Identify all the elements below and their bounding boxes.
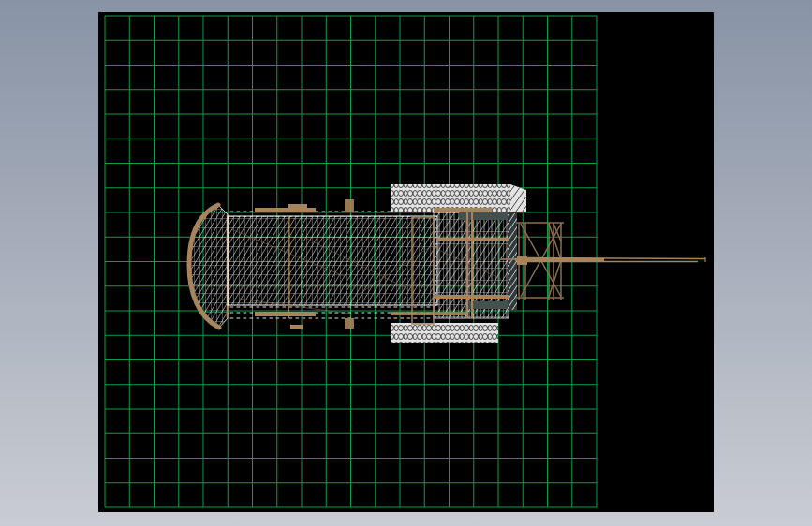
cylinder-body-mesh <box>228 216 437 305</box>
cad-viewport[interactable] <box>98 12 714 512</box>
wireframe-model[interactable] <box>189 184 705 343</box>
cad-canvas[interactable] <box>98 12 714 512</box>
top-panel-end-hatch <box>510 184 526 212</box>
bottom-panel-perforation <box>391 323 498 343</box>
boom-pole <box>501 257 705 262</box>
mid-section-top-rail <box>459 212 509 220</box>
mid-section-bottom-rail <box>468 301 509 309</box>
end-plate-mesh <box>508 213 517 310</box>
end-cap-mesh <box>189 205 228 328</box>
